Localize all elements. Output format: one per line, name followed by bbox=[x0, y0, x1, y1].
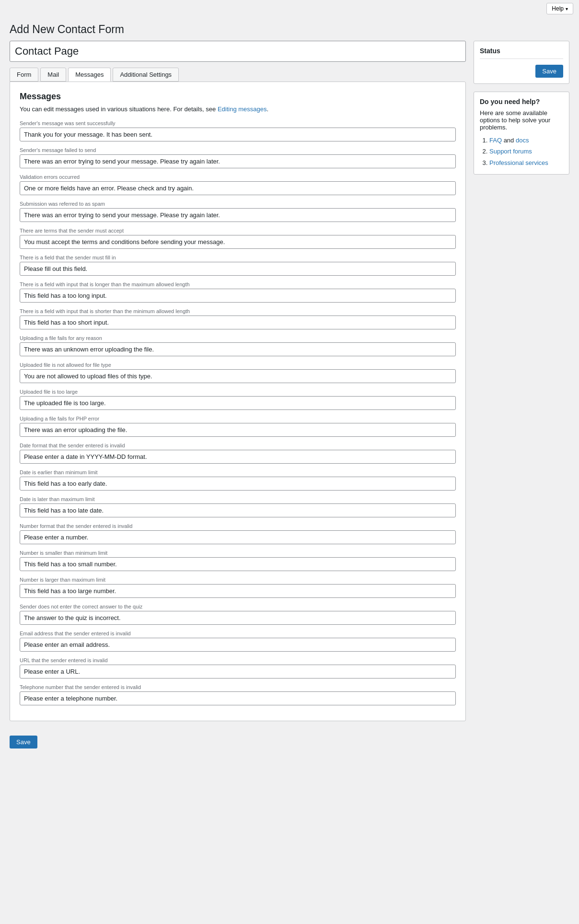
field-group-terms-accept: There are terms that the sender must acc… bbox=[20, 228, 456, 249]
help-item-faq: FAQ and docs bbox=[489, 135, 563, 146]
field-label-too-long: There is a field with input that is long… bbox=[20, 281, 456, 287]
field-input-invalid-url[interactable] bbox=[20, 665, 456, 678]
field-input-spam-submission[interactable] bbox=[20, 208, 456, 222]
field-group-php-upload-error: Uploading a file fails for PHP error bbox=[20, 416, 456, 437]
help-box-desc: Here are some available options to help … bbox=[480, 109, 563, 131]
field-group-invalid-email: Email address that the sender entered is… bbox=[20, 631, 456, 652]
editing-messages-link[interactable]: Editing messages bbox=[218, 105, 267, 113]
tab-content: Messages You can edit messages used in v… bbox=[10, 82, 466, 721]
field-label-msg-send-failed: Sender's message failed to send bbox=[20, 147, 456, 153]
field-input-invalid-email[interactable] bbox=[20, 638, 456, 652]
status-title: Status bbox=[480, 47, 563, 59]
right-column: Status Save Do you need help? Here are s… bbox=[474, 41, 569, 175]
field-input-php-upload-error[interactable] bbox=[20, 423, 456, 437]
field-group-msg-send-failed: Sender's message failed to send bbox=[20, 147, 456, 168]
field-input-file-type-not-allowed[interactable] bbox=[20, 369, 456, 383]
field-input-invalid-number-format[interactable] bbox=[20, 530, 456, 544]
field-label-invalid-date-format: Date format that the sender entered is i… bbox=[20, 443, 456, 448]
main-layout: Form Mail Messages Additional Settings M… bbox=[0, 41, 579, 731]
fields-container: Sender's message was sent successfullySe… bbox=[20, 120, 456, 705]
docs-link[interactable]: docs bbox=[516, 137, 529, 144]
field-label-php-upload-error: Uploading a file fails for PHP error bbox=[20, 416, 456, 421]
field-input-date-too-early[interactable] bbox=[20, 477, 456, 491]
tab-mail[interactable]: Mail bbox=[40, 68, 66, 82]
field-input-msg-send-failed[interactable] bbox=[20, 154, 456, 168]
field-group-too-short: There is a field with input that is shor… bbox=[20, 308, 456, 329]
tabs-container: Form Mail Messages Additional Settings bbox=[10, 68, 466, 82]
field-group-msg-sent-success: Sender's message was sent successfully bbox=[20, 120, 456, 141]
help-item-forums: Support forums bbox=[489, 146, 563, 157]
page-header: Add New Contact Form bbox=[0, 17, 579, 36]
field-input-date-too-late[interactable] bbox=[20, 503, 456, 517]
field-input-quiz-wrong-answer[interactable] bbox=[20, 611, 456, 625]
field-label-file-type-not-allowed: Uploaded file is not allowed for file ty… bbox=[20, 362, 456, 368]
help-list: FAQ and docs Support forums Professional… bbox=[480, 135, 563, 168]
field-label-quiz-wrong-answer: Sender does not enter the correct answer… bbox=[20, 604, 456, 609]
field-input-field-required[interactable] bbox=[20, 262, 456, 276]
field-input-terms-accept[interactable] bbox=[20, 235, 456, 249]
field-label-upload-fail: Uploading a file fails for any reason bbox=[20, 335, 456, 341]
field-input-validation-errors[interactable] bbox=[20, 181, 456, 195]
field-label-number-too-small: Number is smaller than minimum limit bbox=[20, 550, 456, 556]
field-input-number-too-small[interactable] bbox=[20, 557, 456, 571]
field-label-invalid-url: URL that the sender entered is invalid bbox=[20, 657, 456, 663]
field-input-invalid-phone[interactable] bbox=[20, 691, 456, 705]
field-input-too-long[interactable] bbox=[20, 289, 456, 303]
page-title: Add New Contact Form bbox=[10, 23, 569, 36]
form-title-input[interactable] bbox=[10, 41, 466, 62]
field-group-invalid-date-format: Date format that the sender entered is i… bbox=[20, 443, 456, 464]
field-group-too-long: There is a field with input that is long… bbox=[20, 281, 456, 303]
tab-messages[interactable]: Messages bbox=[68, 68, 111, 82]
field-label-invalid-number-format: Number format that the sender entered is… bbox=[20, 523, 456, 529]
field-group-file-too-large: Uploaded file is too large bbox=[20, 389, 456, 410]
field-input-msg-sent-success[interactable] bbox=[20, 128, 456, 141]
professional-services-link[interactable]: Professional services bbox=[489, 159, 548, 166]
field-label-invalid-phone: Telephone number that the sender entered… bbox=[20, 684, 456, 690]
field-group-invalid-number-format: Number format that the sender entered is… bbox=[20, 523, 456, 544]
field-label-file-too-large: Uploaded file is too large bbox=[20, 389, 456, 395]
tab-additional-settings[interactable]: Additional Settings bbox=[113, 68, 179, 82]
field-label-date-too-early: Date is earlier than minimum limit bbox=[20, 469, 456, 475]
field-input-too-short[interactable] bbox=[20, 316, 456, 329]
field-group-date-too-early: Date is earlier than minimum limit bbox=[20, 469, 456, 491]
field-label-too-short: There is a field with input that is shor… bbox=[20, 308, 456, 314]
field-group-spam-submission: Submission was referred to as spam bbox=[20, 201, 456, 222]
bottom-save-button[interactable]: Save bbox=[10, 736, 37, 749]
messages-description: You can edit messages used in various si… bbox=[20, 105, 456, 113]
field-group-invalid-url: URL that the sender entered is invalid bbox=[20, 657, 456, 678]
left-column: Form Mail Messages Additional Settings M… bbox=[10, 41, 466, 721]
field-label-validation-errors: Validation errors occurred bbox=[20, 174, 456, 180]
messages-heading: Messages bbox=[20, 92, 456, 102]
bottom-save-bar: Save bbox=[0, 731, 579, 753]
help-box-title: Do you need help? bbox=[480, 98, 563, 105]
field-label-msg-sent-success: Sender's message was sent successfully bbox=[20, 120, 456, 126]
field-group-invalid-phone: Telephone number that the sender entered… bbox=[20, 684, 456, 705]
field-group-file-type-not-allowed: Uploaded file is not allowed for file ty… bbox=[20, 362, 456, 383]
faq-link[interactable]: FAQ bbox=[489, 137, 502, 144]
status-box: Status Save bbox=[474, 41, 569, 84]
help-item-professional: Professional services bbox=[489, 157, 563, 168]
field-label-field-required: There is a field that the sender must fi… bbox=[20, 255, 456, 260]
field-input-number-too-large[interactable] bbox=[20, 584, 456, 598]
field-input-upload-fail[interactable] bbox=[20, 342, 456, 356]
field-group-number-too-small: Number is smaller than minimum limit bbox=[20, 550, 456, 571]
field-group-validation-errors: Validation errors occurred bbox=[20, 174, 456, 195]
field-input-invalid-date-format[interactable] bbox=[20, 450, 456, 464]
field-group-field-required: There is a field that the sender must fi… bbox=[20, 255, 456, 276]
field-label-terms-accept: There are terms that the sender must acc… bbox=[20, 228, 456, 234]
field-group-date-too-late: Date is later than maximum limit bbox=[20, 496, 456, 517]
field-label-number-too-large: Number is larger than maximum limit bbox=[20, 577, 456, 583]
top-bar: Help bbox=[0, 0, 579, 17]
sidebar-save-button[interactable]: Save bbox=[535, 65, 563, 78]
field-group-number-too-large: Number is larger than maximum limit bbox=[20, 577, 456, 598]
field-label-spam-submission: Submission was referred to as spam bbox=[20, 201, 456, 207]
field-group-upload-fail: Uploading a file fails for any reason bbox=[20, 335, 456, 356]
support-forums-link[interactable]: Support forums bbox=[489, 148, 532, 155]
help-box: Do you need help? Here are some availabl… bbox=[474, 92, 569, 175]
field-group-quiz-wrong-answer: Sender does not enter the correct answer… bbox=[20, 604, 456, 625]
help-button[interactable]: Help bbox=[546, 3, 573, 14]
field-label-invalid-email: Email address that the sender entered is… bbox=[20, 631, 456, 636]
field-input-file-too-large[interactable] bbox=[20, 396, 456, 410]
tab-form[interactable]: Form bbox=[10, 68, 38, 82]
field-label-date-too-late: Date is later than maximum limit bbox=[20, 496, 456, 502]
